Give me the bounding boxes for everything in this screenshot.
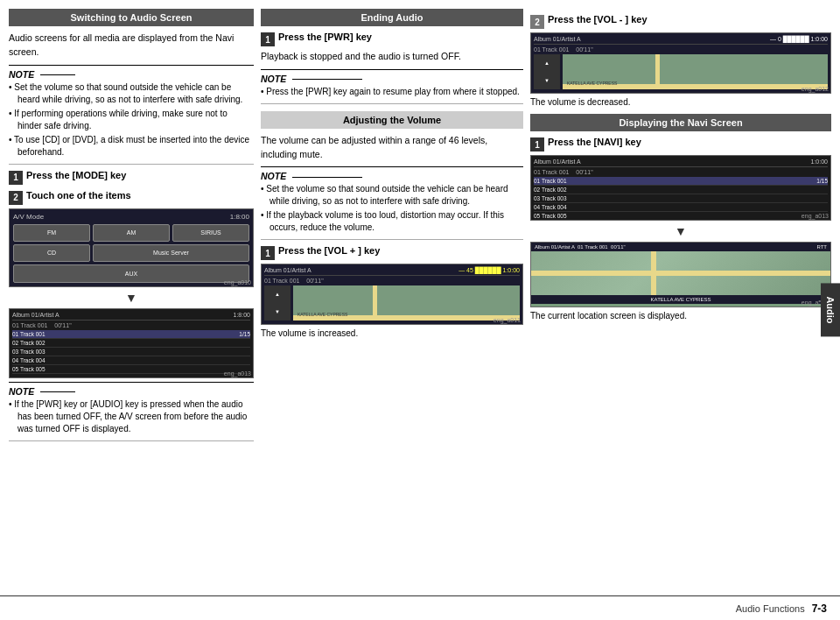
fm-btn: FM xyxy=(13,224,90,242)
screen-label-vol-minus: eng_a012 xyxy=(802,86,829,92)
audio-tab: Audio xyxy=(821,283,840,336)
volume-range-text: The volume can be adjusted within a rang… xyxy=(261,134,523,162)
music-server-btn: Music Server xyxy=(93,244,249,262)
vol-plus-screen: Album 01/Artist A — 45 ██████ 1:0:00 01 … xyxy=(261,264,523,325)
page-number: 7-3 xyxy=(812,602,827,615)
track-row: 05 Track 005 xyxy=(534,212,828,221)
step1-vol-minus: 2 Press the [VOL - ] key xyxy=(530,14,831,29)
step1-pwr-text: Press the [PWR] key xyxy=(278,32,372,42)
aux-btn: AUX xyxy=(13,264,249,282)
note-list-1: Set the volume so that sound outside the… xyxy=(9,81,254,159)
section-header-volume: Adjusting the Volume xyxy=(261,111,523,129)
note-item: Set the volume so that sound outside the… xyxy=(9,81,254,106)
step1-text: Press the [MODE] key xyxy=(26,170,126,180)
arrow-down-1: ▼ xyxy=(9,291,254,305)
step-number-navi: 1 xyxy=(530,137,544,151)
step1-navi: 1 Press the [NAVI] key xyxy=(530,137,831,151)
track-row: 05 Track 005 xyxy=(12,365,250,374)
sirius-btn: SIRIUS xyxy=(172,224,249,242)
step1-vol-minus-text: Press the [VOL - ] key xyxy=(548,14,648,25)
note-title-1: NOTE xyxy=(9,69,254,80)
cd-btn: CD xyxy=(13,244,90,262)
step1-pwr: 1 Press the [PWR] key xyxy=(261,32,523,46)
step1-vol-plus-text: Press the [VOL + ] key xyxy=(278,245,380,256)
note-title-2: NOTE xyxy=(9,386,254,397)
track-row: 03 Track 003 xyxy=(12,348,250,356)
screen-label-vol-plus: eng_a011 xyxy=(494,317,521,323)
bottom-bar: Audio Functions 7-3 xyxy=(0,595,840,620)
note-item: If the [PWR] key or [AUDIO] key is press… xyxy=(9,398,254,435)
note-list-ending: Press the [PWR] key again to resume play… xyxy=(261,86,523,98)
track-row: 04 Track 004 xyxy=(534,203,828,212)
note-item: If the playback volume is too loud, dist… xyxy=(261,209,523,234)
step1-mode: 1 Press the [MODE] key xyxy=(9,170,254,185)
col-left: Switching to Audio Screen Audio screens … xyxy=(9,9,254,594)
vol-minus-screen: Album 01/Artist A — 0 ██████ 1:0:00 01 T… xyxy=(530,32,831,94)
volume-increased-text: The volume is increased. xyxy=(261,328,523,338)
current-location-text: The current location screen is displayed… xyxy=(530,311,831,321)
note-block-volume: NOTE Set the volume so that sound outsid… xyxy=(261,166,523,240)
note-list-volume: Set the volume so that sound outside the… xyxy=(261,183,523,234)
step-number-1: 1 xyxy=(261,32,275,46)
intro-text: Audio screens for all media are displaye… xyxy=(9,32,254,60)
track-screen-image: Album 01/Artist A 1:8:00 01 Track 001 00… xyxy=(9,308,254,378)
note-block-2: NOTE If the [PWR] key or [AUDIO] key is … xyxy=(9,382,254,441)
step2-touch: 2 Touch one of the items xyxy=(9,190,254,205)
am-btn: AM xyxy=(93,224,170,242)
arrow-down-navi: ▼ xyxy=(530,224,831,238)
note-item: Set the volume so that sound outside the… xyxy=(261,183,523,208)
track-row: 02 Track 002 xyxy=(534,186,828,194)
note-item: To use [CD] or [DVD], a disk must be ins… xyxy=(9,134,254,159)
track-row: 01 Track 0011/15 xyxy=(12,330,250,339)
playback-stopped-text: Playback is stopped and the audio is tur… xyxy=(261,50,523,64)
col-middle: Ending Audio 1 Press the [PWR] key Playb… xyxy=(261,9,523,594)
section-header-switching: Switching to Audio Screen xyxy=(9,9,254,26)
step-number-vol-plus: 1 xyxy=(261,246,275,260)
volume-decreased-text: The volume is decreased. xyxy=(530,97,831,107)
col-right: 2 Press the [VOL - ] key Album 01/Artist… xyxy=(530,9,831,594)
track-row: 03 Track 003 xyxy=(534,194,828,203)
bottom-label: Audio Functions xyxy=(736,603,805,614)
screen-label-navi-1: eng_a013 xyxy=(802,213,829,219)
screen-label-2: eng_a013 xyxy=(224,370,251,377)
note-item: Press the [PWR] key again to resume play… xyxy=(261,86,523,98)
note-title-volume: NOTE xyxy=(261,171,523,181)
step2-text: Touch one of the items xyxy=(26,190,131,201)
step1-vol-plus: 1 Press the [VOL + ] key xyxy=(261,245,523,260)
step-number-2: 2 xyxy=(9,191,23,205)
track-row: 04 Track 004 xyxy=(12,356,250,365)
screen-label-1: eng_a010 xyxy=(224,279,251,285)
section-header-ending: Ending Audio xyxy=(261,9,523,26)
section-header-navi: Displaying the Navi Screen xyxy=(530,114,831,131)
track-row: 02 Track 002 xyxy=(12,339,250,348)
navi-screen-2: Album 01/Artist A 01 Track 001 00'11" RT… xyxy=(530,242,831,307)
navi-screen-1: Album 01/Artist A 1:0:00 01 Track 001 00… xyxy=(530,155,831,221)
note-title-ending: NOTE xyxy=(261,74,523,84)
note-item: If performing operations while driving, … xyxy=(9,108,254,132)
av-screen-image: A/V Mode 1:8:00 FM AM SIRIUS CD Music Se… xyxy=(9,208,254,287)
step-number-2: 2 xyxy=(530,15,544,29)
track-row: 01 Track 0011/15 xyxy=(534,177,828,186)
step1-navi-text: Press the [NAVI] key xyxy=(548,137,641,147)
note-list-2: If the [PWR] key or [AUDIO] key is press… xyxy=(9,398,254,435)
step-number-1: 1 xyxy=(9,171,23,185)
note-block-ending: NOTE Press the [PWR] key again to resume… xyxy=(261,69,523,104)
note-block-1: NOTE Set the volume so that sound outsid… xyxy=(9,65,254,165)
